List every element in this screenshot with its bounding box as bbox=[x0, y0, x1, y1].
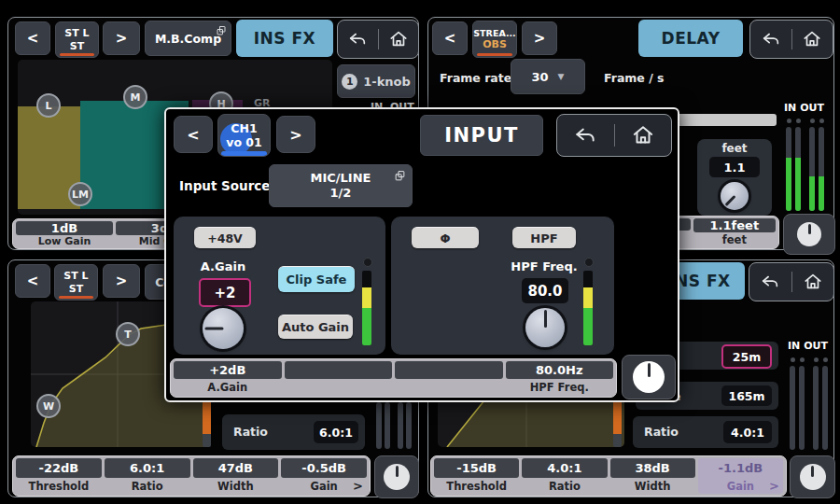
strip-col-ratio[interactable]: 6.0:1Ratio bbox=[105, 458, 190, 494]
input-source-button[interactable]: MIC/LINE 1/2 bbox=[269, 164, 413, 207]
in-meter bbox=[795, 127, 801, 211]
in-meter bbox=[376, 402, 382, 449]
delay-knob[interactable] bbox=[721, 182, 749, 210]
channel-color-bar bbox=[59, 296, 93, 299]
home-icon[interactable] bbox=[631, 123, 655, 147]
strip-col-width[interactable]: 38dBWidth bbox=[610, 458, 695, 494]
strip-col-threshold[interactable]: -15dBThreshold bbox=[434, 458, 519, 494]
width-handle[interactable]: W bbox=[36, 394, 61, 418]
chevron-down-icon: ▼ bbox=[558, 72, 565, 81]
prev-channel-button[interactable]: < bbox=[15, 264, 50, 298]
ratio-value: 4.0:1 bbox=[723, 421, 772, 443]
phase-button[interactable]: Φ bbox=[412, 227, 479, 248]
knob-icon bbox=[800, 464, 826, 490]
touch-knob-button[interactable] bbox=[790, 455, 835, 498]
out-meter bbox=[398, 402, 403, 449]
home-icon[interactable] bbox=[802, 29, 822, 49]
divider bbox=[614, 124, 615, 147]
one-knob-button[interactable]: 1 1-knob bbox=[337, 64, 415, 98]
band-handle-low[interactable]: L bbox=[36, 93, 61, 118]
strip-col-low-gain[interactable]: 1dB Low Gain bbox=[16, 221, 113, 246]
input-level-meter bbox=[362, 271, 371, 345]
frame-rate-dropdown[interactable]: 30 ▼ bbox=[511, 59, 585, 94]
strip-col-hpf-freq[interactable]: 80.0HzHPF Freq. bbox=[506, 361, 614, 395]
knob-icon bbox=[384, 464, 410, 490]
delay-value[interactable]: 1.1 bbox=[709, 157, 760, 177]
ratio-label: Ratio bbox=[233, 425, 268, 439]
touch-knob-button[interactable] bbox=[374, 455, 419, 498]
strip-col-again[interactable]: +2dBA.Gain bbox=[174, 361, 282, 395]
hpf-freq-value[interactable]: 80.0 bbox=[522, 278, 568, 303]
out-meter bbox=[809, 127, 815, 211]
nav-group bbox=[556, 114, 672, 157]
channel-select-button[interactable]: CH1 vo 01 bbox=[217, 114, 271, 157]
nav-group bbox=[337, 20, 419, 59]
prev-channel-button[interactable]: < bbox=[174, 116, 213, 153]
out-meter bbox=[813, 366, 819, 450]
channel-select-button[interactable]: STREA... OBS bbox=[472, 21, 517, 58]
gr-meter bbox=[613, 400, 622, 447]
plugin-name-button[interactable]: M.B.Comp bbox=[145, 21, 231, 56]
dialog-title: INPUT bbox=[420, 115, 543, 156]
clip-safe-button[interactable]: Clip Safe bbox=[278, 266, 355, 292]
channel-select-button[interactable]: ST L ST bbox=[55, 21, 99, 58]
hpf-button[interactable]: HPF bbox=[512, 227, 576, 248]
band-handle-mid[interactable]: M bbox=[123, 85, 147, 109]
next-channel-button[interactable]: > bbox=[103, 264, 140, 298]
touch-knob-button[interactable] bbox=[622, 355, 676, 399]
param-strip: +2dBA.Gain 80.0HzHPF Freq. bbox=[170, 358, 617, 398]
next-channel-button[interactable]: > bbox=[276, 116, 315, 153]
in-meter bbox=[786, 127, 791, 211]
channel-color-bar bbox=[60, 53, 94, 56]
ratio-row[interactable]: Ratio 4.0:1 bbox=[633, 416, 778, 448]
channel-id: ST L bbox=[63, 270, 88, 282]
channel-name: vo 01 bbox=[226, 135, 261, 149]
strip-more-chevron[interactable]: > bbox=[769, 479, 779, 493]
analog-gain-value[interactable]: +2 bbox=[199, 278, 251, 307]
band-handle-lowmid[interactable]: LM bbox=[68, 182, 92, 206]
strip-col-empty-2[interactable] bbox=[395, 361, 503, 395]
hpf-freq-knob[interactable] bbox=[525, 308, 565, 347]
channel-color-bar bbox=[477, 53, 512, 56]
strip-col-ratio[interactable]: 4.0:1Ratio bbox=[522, 458, 607, 494]
one-knob-badge: 1 bbox=[342, 74, 357, 90]
out-meter bbox=[406, 402, 412, 449]
back-icon[interactable] bbox=[761, 29, 781, 49]
strip-col-empty-1[interactable] bbox=[285, 361, 393, 395]
strip-more-chevron[interactable]: > bbox=[353, 479, 363, 493]
strip-col-threshold[interactable]: -22dBThreshold bbox=[16, 458, 102, 494]
copy-icon bbox=[394, 170, 406, 182]
delay-value-box: feet 1.1 bbox=[697, 139, 772, 216]
channel-select-button[interactable]: ST L ST bbox=[54, 264, 98, 301]
prev-channel-button[interactable]: < bbox=[15, 21, 50, 55]
home-icon[interactable] bbox=[803, 272, 823, 292]
strip-col-width[interactable]: 47dBWidth bbox=[193, 458, 279, 494]
next-channel-button[interactable]: > bbox=[522, 21, 557, 55]
threshold-handle[interactable]: T bbox=[116, 322, 140, 346]
prev-channel-button[interactable]: < bbox=[432, 21, 468, 55]
knob-icon bbox=[797, 222, 821, 246]
divider bbox=[791, 272, 792, 292]
back-icon[interactable] bbox=[573, 123, 597, 147]
tab-delay[interactable]: DELAY bbox=[638, 20, 743, 57]
out-meter bbox=[819, 127, 824, 211]
back-icon[interactable] bbox=[347, 29, 368, 49]
phantom-48v-button[interactable]: +48V bbox=[194, 227, 256, 248]
ratio-row[interactable]: Ratio 6.0:1 bbox=[222, 414, 365, 450]
one-knob-label: 1-knob bbox=[363, 75, 411, 89]
analog-gain-knob[interactable] bbox=[203, 308, 244, 349]
input-source-line2: 1/2 bbox=[330, 186, 352, 201]
strip-col-delay-feet[interactable]: 1.1feet feet bbox=[693, 218, 776, 246]
clip-dot bbox=[363, 258, 372, 267]
channel-id: STREA... bbox=[473, 28, 515, 38]
auto-gain-button[interactable]: Auto Gain bbox=[278, 315, 353, 339]
back-icon[interactable] bbox=[760, 272, 780, 292]
param-strip: -15dBThreshold 4.0:1Ratio 38dBWidth -1.1… bbox=[430, 455, 787, 497]
channel-id: CH1 bbox=[231, 121, 257, 135]
home-icon[interactable] bbox=[388, 29, 409, 49]
touch-knob-button[interactable] bbox=[783, 214, 835, 255]
next-channel-button[interactable]: > bbox=[103, 21, 140, 55]
ratio-label: Ratio bbox=[644, 425, 679, 439]
tab-ins-fx[interactable]: INS FX bbox=[236, 20, 333, 57]
preamp-card: +48V A.Gain +2 Clip Safe Auto Gain bbox=[174, 217, 385, 355]
